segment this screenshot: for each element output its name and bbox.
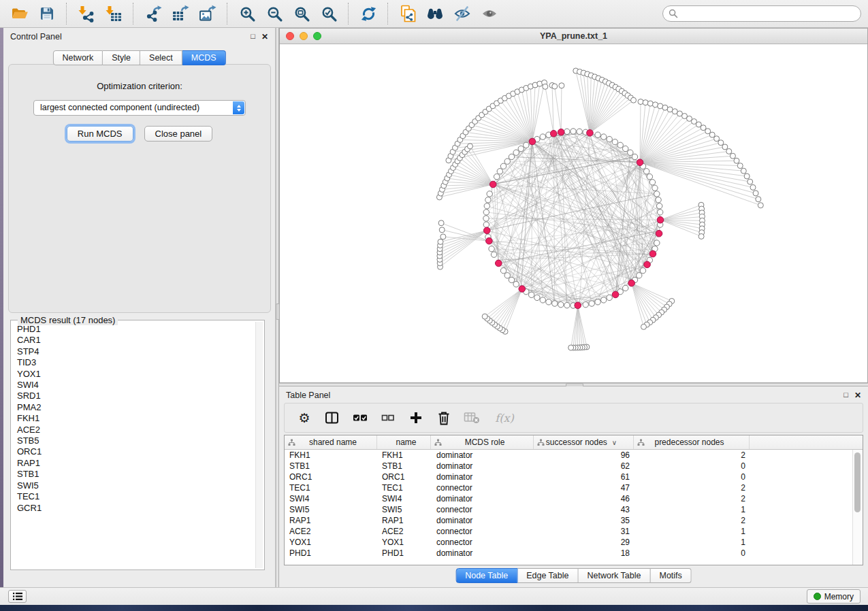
column-header-predecessor-nodes[interactable]: predecessor nodes <box>634 435 750 449</box>
table-cell: ACE2 <box>377 527 431 536</box>
column-header-empty[interactable] <box>750 435 863 449</box>
table-cell: 0 <box>634 548 750 558</box>
table-body: FKH1FKH1dominator962STB1STB1dominator620… <box>285 450 853 565</box>
table-row[interactable]: PHD1PHD1dominator180 <box>285 548 853 559</box>
network-window-titlebar[interactable]: YPA_prune.txt_1 <box>280 29 867 44</box>
tab-select[interactable]: Select <box>140 50 182 65</box>
mcds-result-item[interactable]: ACE2 <box>17 425 254 435</box>
sort-desc-icon: ∨ <box>612 439 617 446</box>
table-cell: SWI5 <box>285 505 377 514</box>
mcds-result-item[interactable]: SWI5 <box>17 480 254 491</box>
mcds-result-item[interactable]: TEC1 <box>17 491 254 502</box>
mcds-result-item[interactable]: STP4 <box>17 346 254 357</box>
show-column-icon[interactable] <box>324 410 340 426</box>
table-row[interactable]: STB1STB1dominator620 <box>285 461 853 472</box>
float-panel-icon[interactable]: □ <box>251 33 255 40</box>
table-cell: FKH1 <box>377 450 431 460</box>
scrollbar-thumb[interactable] <box>854 452 861 512</box>
mcds-result-item[interactable]: FKH1 <box>17 413 254 424</box>
table-row[interactable]: RAP1RAP1dominator352 <box>285 515 853 526</box>
close-panel-icon[interactable]: ✕ <box>261 33 268 41</box>
hide-selected-icon[interactable] <box>449 1 476 26</box>
import-network-icon[interactable] <box>73 1 100 26</box>
function-builder-icon[interactable]: f(x) <box>492 410 517 426</box>
mcds-result-item[interactable]: SWI4 <box>17 380 254 391</box>
tab-motifs[interactable]: Motifs <box>650 568 691 583</box>
share-document-icon[interactable] <box>394 1 421 26</box>
mcds-result-item[interactable]: RAP1 <box>17 458 254 469</box>
search-network-icon[interactable] <box>421 1 449 26</box>
memory-status-icon <box>814 593 821 600</box>
tab-mcds[interactable]: MCDS <box>182 50 226 65</box>
open-file-icon[interactable] <box>6 1 33 26</box>
table-options-icon[interactable]: ⚙ <box>296 410 312 426</box>
memory-button[interactable]: Memory <box>807 589 861 604</box>
close-panel-button[interactable]: Close panel <box>144 126 213 142</box>
network-canvas[interactable] <box>280 44 867 382</box>
minimize-window-icon[interactable] <box>300 32 308 40</box>
run-mcds-button[interactable]: Run MCDS <box>67 126 133 142</box>
toolbar-separator <box>66 3 67 24</box>
delete-column-icon[interactable] <box>436 410 452 426</box>
table-cell: 31 <box>534 527 634 536</box>
table-row[interactable]: ACE2ACE2connector311 <box>285 526 853 537</box>
import-table-icon[interactable] <box>100 1 127 26</box>
table-cell: STB1 <box>285 461 377 471</box>
tab-network-table[interactable]: Network Table <box>579 568 651 583</box>
table-row[interactable]: YOX1YOX1connector291 <box>285 537 853 548</box>
column-header-successor-nodes[interactable]: successor nodes∨ <box>534 435 634 449</box>
refresh-icon[interactable] <box>355 1 382 26</box>
mcds-result-item[interactable]: SRD1 <box>17 391 254 401</box>
table-row[interactable]: SWI5SWI5connector431 <box>285 504 853 515</box>
zoom-in-icon[interactable] <box>234 1 261 26</box>
mcds-result-item[interactable]: PMA2 <box>17 402 254 413</box>
table-row[interactable]: FKH1FKH1dominator962 <box>285 450 853 461</box>
mcds-result-item[interactable]: PHD1 <box>17 324 254 335</box>
show-all-icon[interactable] <box>476 1 503 26</box>
close-panel-icon[interactable]: ✕ <box>854 391 861 399</box>
criterion-dropdown[interactable]: largest connected component (undirected) <box>33 100 246 116</box>
table-row[interactable]: TEC1TEC1connector472 <box>285 482 853 493</box>
mcds-result-item[interactable]: GCR1 <box>17 503 254 514</box>
zoom-out-icon[interactable] <box>261 1 288 26</box>
unselect-all-icon[interactable] <box>380 410 396 426</box>
search-field[interactable] <box>681 8 855 19</box>
tab-style[interactable]: Style <box>103 50 140 65</box>
table-cell: connector <box>431 527 534 536</box>
export-table-icon[interactable] <box>167 1 194 26</box>
search-input[interactable] <box>662 5 861 22</box>
tab-network[interactable]: Network <box>52 50 103 65</box>
mcds-result-item[interactable]: TID3 <box>17 357 254 368</box>
table-cell: connector <box>431 505 534 514</box>
zoom-selected-icon[interactable] <box>315 1 342 26</box>
mcds-result-item[interactable]: CAR1 <box>17 335 254 346</box>
select-all-icon[interactable] <box>352 410 368 426</box>
table-cell: YOX1 <box>285 538 377 547</box>
table-row[interactable]: SWI4SWI4dominator462 <box>285 493 853 504</box>
delete-table-icon[interactable] <box>464 410 480 426</box>
maximize-window-icon[interactable] <box>313 32 321 40</box>
table-row[interactable]: ORC1ORC1dominator610 <box>285 472 853 482</box>
column-header-MCDS-role[interactable]: MCDS role <box>431 435 534 449</box>
float-panel-icon[interactable]: □ <box>843 391 848 399</box>
list-icon <box>12 592 23 601</box>
mcds-result-item[interactable]: YOX1 <box>17 369 254 380</box>
mcds-result-item[interactable]: STB5 <box>17 435 254 446</box>
column-header-name[interactable]: name <box>377 435 431 449</box>
tab-edge-table[interactable]: Edge Table <box>517 568 578 583</box>
column-header-shared-name[interactable]: shared name <box>285 435 377 449</box>
result-scrollbar[interactable] <box>255 322 263 568</box>
mcds-result-list[interactable]: PHD1CAR1STP4TID3YOX1SWI4SRD1PMA2FKH1ACE2… <box>12 324 254 568</box>
table-cell: TEC1 <box>377 483 431 493</box>
mcds-result-item[interactable]: STB1 <box>17 469 254 480</box>
close-window-icon[interactable] <box>286 32 294 40</box>
add-column-icon[interactable] <box>408 410 424 426</box>
table-scrollbar[interactable] <box>852 450 863 565</box>
tab-node-table[interactable]: Node Table <box>455 568 517 583</box>
panel-menu-button[interactable] <box>8 590 27 603</box>
zoom-fit-icon[interactable] <box>288 1 315 26</box>
mcds-result-item[interactable]: ORC1 <box>17 446 254 457</box>
export-network-icon[interactable] <box>140 1 167 26</box>
save-session-icon[interactable] <box>33 1 61 26</box>
export-image-icon[interactable] <box>194 1 221 26</box>
